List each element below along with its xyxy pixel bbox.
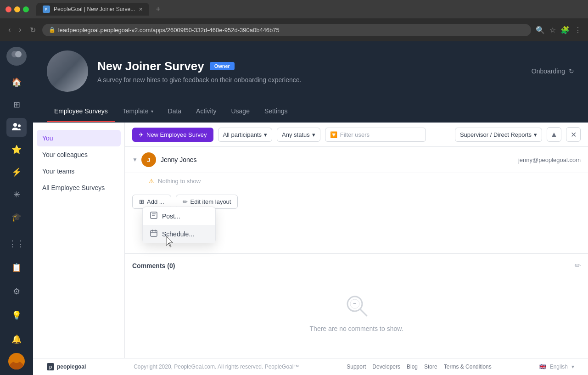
footer-link-support[interactable]: Support xyxy=(347,364,366,370)
refresh-icon[interactable]: ↻ xyxy=(569,67,574,75)
app-logo xyxy=(6,47,27,66)
footer-link-developers[interactable]: Developers xyxy=(372,364,400,370)
survey-title: New Joiner Survey xyxy=(97,59,204,73)
filter-placeholder: Filter users xyxy=(340,131,370,138)
language-label: English xyxy=(550,364,568,370)
sidebar-item-graduation[interactable]: 🎓 xyxy=(6,207,27,226)
header-right: Onboarding ↻ xyxy=(532,67,574,75)
owner-badge: Owner xyxy=(210,62,235,70)
warning-icon: ⚠ xyxy=(149,178,154,185)
browser-actions: 🔍 ☆ 🧩 ⋮ xyxy=(536,26,582,34)
edit-comment-icon[interactable]: ✏ xyxy=(575,261,581,270)
sidebar-item-table[interactable]: 📋 xyxy=(6,257,27,278)
user-name: Jenny Jones xyxy=(161,156,197,163)
back-button[interactable]: ‹ xyxy=(6,24,12,36)
sidebar-item-star[interactable]: ⭐ xyxy=(6,140,27,159)
user-avatar[interactable] xyxy=(8,353,25,369)
tab-usage[interactable]: Usage xyxy=(224,101,257,122)
bookmark-icon[interactable]: ☆ xyxy=(549,26,556,34)
sidebar: 🏠 ⊞ ⭐ ⚡ ✳ 🎓 ⋮⋮ 📋 ⚙ 💡 🔔 xyxy=(0,41,33,375)
browser-addressbar: ‹ › ↻ 🔒 leadpeoplegoal.peoplegoal-v2.com… xyxy=(0,18,588,41)
left-panel-item-teams[interactable]: Your teams xyxy=(33,163,124,179)
minimize-button[interactable] xyxy=(14,6,20,12)
search-icon[interactable]: 🔍 xyxy=(536,26,545,34)
comments-section: Comments (0) ✏ = There are no c xyxy=(125,253,588,358)
sidebar-item-asterisk[interactable]: ✳ xyxy=(6,185,27,204)
nothing-label: Nothing to show xyxy=(158,178,201,185)
expand-icon[interactable]: ▼ xyxy=(132,157,138,163)
filter-users-input[interactable]: 🔽 Filter users xyxy=(325,128,426,142)
survey-image xyxy=(47,50,88,92)
footer-logo: p peoplegoal xyxy=(47,363,86,370)
post-icon xyxy=(150,212,157,220)
edit-icon: ✏ xyxy=(183,198,188,205)
tab-favicon: P xyxy=(43,6,50,13)
dropdown-menu: Post... Schedule... xyxy=(142,207,216,243)
footer-link-terms[interactable]: Terms & Conditions xyxy=(444,364,492,370)
svg-point-7 xyxy=(13,356,20,363)
language-chevron[interactable]: ▾ xyxy=(571,364,574,370)
footer-link-store[interactable]: Store xyxy=(424,364,437,370)
calendar-icon xyxy=(150,229,157,238)
menu-icon[interactable]: ⋮ xyxy=(574,26,582,34)
close-filter-button[interactable]: ✕ xyxy=(566,127,581,142)
fullscreen-button[interactable] xyxy=(23,6,29,12)
sidebar-item-org[interactable]: ⋮⋮ xyxy=(6,234,27,254)
browser-titlebar: P PeopleGoal | New Joiner Surve... ✕ + xyxy=(0,0,588,18)
tab-template[interactable]: Template ▾ xyxy=(115,101,161,122)
toolbar: ✈ New Employee Survey All participants ▾… xyxy=(125,123,588,147)
participants-select[interactable]: All participants ▾ xyxy=(218,128,273,142)
left-panel: You Your colleagues Your teams All Emplo… xyxy=(33,123,125,358)
onboarding-label: Onboarding xyxy=(532,67,565,75)
sidebar-item-bulb[interactable]: 💡 xyxy=(6,305,27,325)
header-info: New Joiner Survey Owner A survey for new… xyxy=(97,59,522,84)
table-row: ▼ J Jenny Jones jenny@peoplegoal.com xyxy=(125,147,588,173)
filter-icon: 🔽 xyxy=(330,131,337,138)
sidebar-item-settings[interactable]: ⚙ xyxy=(6,281,27,302)
send-icon: ✈ xyxy=(139,131,144,138)
left-panel-item-you[interactable]: You xyxy=(37,130,121,146)
extensions-icon[interactable]: 🧩 xyxy=(560,26,570,34)
tab-close-button[interactable]: ✕ xyxy=(139,6,143,12)
sort-up-button[interactable]: ▲ xyxy=(547,127,561,142)
browser-tab[interactable]: P PeopleGoal | New Joiner Surve... ✕ xyxy=(36,3,149,16)
svg-point-5 xyxy=(18,124,21,127)
add-icon: ⊞ xyxy=(139,198,144,205)
svg-rect-17 xyxy=(151,230,157,236)
reload-button[interactable]: ↻ xyxy=(28,24,38,36)
forward-button[interactable]: › xyxy=(17,24,23,36)
chevron-down-icon: ▾ xyxy=(264,131,267,138)
dropdown-item-schedule[interactable]: Schedule... xyxy=(143,225,215,243)
svg-text:P: P xyxy=(45,7,47,11)
left-panel-item-all-surveys[interactable]: All Employee Surveys xyxy=(33,179,124,196)
footer-link-blog[interactable]: Blog xyxy=(407,364,418,370)
supervisor-select[interactable]: Supervisor / Direct Reports ▾ xyxy=(455,128,542,142)
main-content: New Joiner Survey Owner A survey for new… xyxy=(33,41,588,375)
browser-chrome: P PeopleGoal | New Joiner Surve... ✕ + ‹… xyxy=(0,0,588,41)
svg-point-4 xyxy=(13,123,17,127)
comments-header: Comments (0) ✏ xyxy=(132,261,581,270)
sidebar-item-bell[interactable]: 🔔 xyxy=(6,329,27,349)
tab-settings[interactable]: Settings xyxy=(257,101,295,122)
svg-text:=: = xyxy=(353,301,356,308)
tab-employee-surveys[interactable]: Employee Surveys xyxy=(47,101,115,122)
sidebar-item-dashboard[interactable]: ⊞ xyxy=(6,95,27,114)
tab-data[interactable]: Data xyxy=(161,101,189,122)
sidebar-item-home[interactable]: 🏠 xyxy=(6,73,27,92)
dropdown-item-post[interactable]: Post... xyxy=(143,207,215,225)
chevron-down-icon: ▾ xyxy=(151,109,153,114)
tab-activity[interactable]: Activity xyxy=(189,101,224,122)
url-text: leadpeoplegoal.peoplegoal-v2.com/apps/26… xyxy=(58,27,280,34)
no-comments-text: There are no comments to show. xyxy=(310,325,403,332)
page-header: New Joiner Survey Owner A survey for new… xyxy=(33,41,588,101)
close-button[interactable] xyxy=(6,6,11,12)
left-panel-item-colleagues[interactable]: Your colleagues xyxy=(33,146,124,163)
footer-links: Support Developers Blog Store Terms & Co… xyxy=(347,364,492,370)
sidebar-item-people[interactable] xyxy=(6,118,27,137)
sidebar-item-bolt[interactable]: ⚡ xyxy=(6,162,27,181)
address-bar[interactable]: 🔒 leadpeoplegoal.peoplegoal-v2.com/apps/… xyxy=(42,24,531,36)
new-tab-button[interactable]: + xyxy=(156,5,161,14)
status-select[interactable]: Any status ▾ xyxy=(277,128,320,142)
app: 🏠 ⊞ ⭐ ⚡ ✳ 🎓 ⋮⋮ 📋 ⚙ 💡 🔔 xyxy=(0,41,588,375)
new-survey-button[interactable]: ✈ New Employee Survey xyxy=(132,128,213,142)
